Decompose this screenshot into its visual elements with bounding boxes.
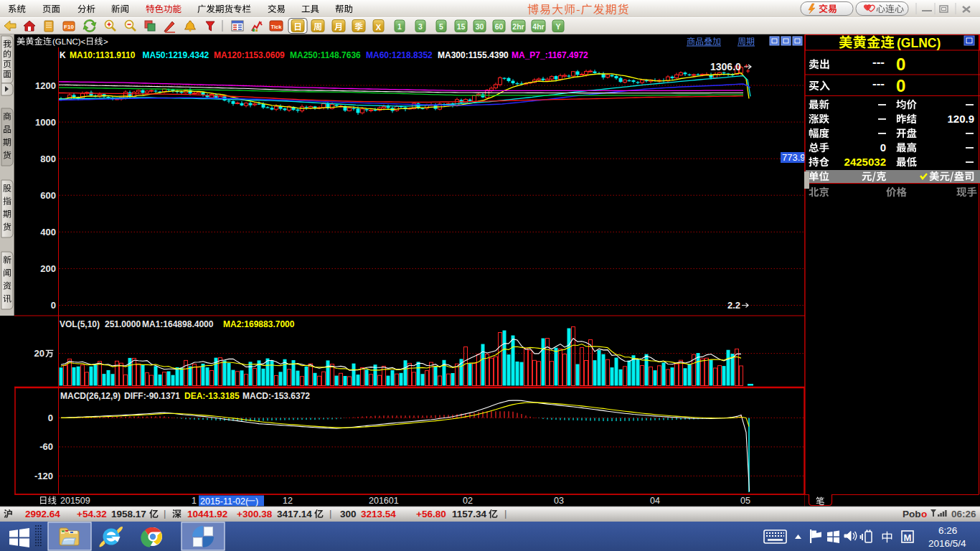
svg-text:400: 400 xyxy=(40,227,56,237)
svg-text:MA50:1219.4342: MA50:1219.4342 xyxy=(143,50,209,60)
svg-text:+54.32: +54.32 xyxy=(77,509,107,519)
svg-text:0: 0 xyxy=(896,55,905,74)
svg-text:12: 12 xyxy=(283,496,293,506)
svg-text:5: 5 xyxy=(439,22,443,31)
svg-text:2015-11-02(: 2015-11-02( xyxy=(200,496,249,507)
svg-text:0: 0 xyxy=(51,300,56,311)
svg-text:-60: -60 xyxy=(39,441,53,452)
svg-text:6:26: 6:26 xyxy=(938,525,957,536)
svg-text:(GLNC)<: (GLNC)< xyxy=(52,37,86,46)
svg-text:201601: 201601 xyxy=(369,496,399,506)
svg-text:MA1:164898.4000: MA1:164898.4000 xyxy=(142,319,214,329)
svg-text:800: 800 xyxy=(40,154,56,164)
svg-text:Y: Y xyxy=(555,22,560,31)
svg-text:---: --- xyxy=(872,55,885,69)
svg-text:-120: -120 xyxy=(34,471,53,481)
svg-text:773.9: 773.9 xyxy=(782,152,806,163)
svg-text:---: --- xyxy=(872,77,885,90)
svg-text:1200: 1200 xyxy=(35,80,56,91)
svg-text:2.2: 2.2 xyxy=(727,300,740,311)
svg-text:|: | xyxy=(329,508,331,519)
svg-text:+56.80: +56.80 xyxy=(416,509,446,519)
svg-text:MA2:169883.7000: MA2:169883.7000 xyxy=(223,319,295,329)
svg-text:2992.64: 2992.64 xyxy=(25,509,60,519)
svg-text:>: > xyxy=(103,37,108,46)
svg-text:+300.38: +300.38 xyxy=(237,509,273,519)
svg-text:0: 0 xyxy=(880,141,886,154)
svg-text:MA120:1153.0609: MA120:1153.0609 xyxy=(214,50,285,60)
svg-text:MA60:1218.8352: MA60:1218.8352 xyxy=(366,50,433,60)
svg-text:2425032: 2425032 xyxy=(844,156,886,168)
svg-text:Tick: Tick xyxy=(271,24,283,30)
svg-text:02: 02 xyxy=(463,496,473,506)
svg-text:120.9: 120.9 xyxy=(947,113,974,125)
svg-text:04: 04 xyxy=(650,496,660,506)
svg-text:200: 200 xyxy=(40,263,56,274)
svg-text:1: 1 xyxy=(397,22,402,31)
svg-text:15: 15 xyxy=(457,22,466,31)
svg-text:(GLNC): (GLNC) xyxy=(897,36,941,50)
svg-text:20: 20 xyxy=(34,348,44,359)
svg-text:251.0000: 251.0000 xyxy=(105,319,141,329)
svg-text:600: 600 xyxy=(40,190,56,201)
svg-text:0: 0 xyxy=(48,413,53,423)
svg-text:2016/5/4: 2016/5/4 xyxy=(928,538,966,549)
svg-text:10441.92: 10441.92 xyxy=(187,509,227,519)
svg-text:30: 30 xyxy=(476,22,484,31)
svg-text:): ) xyxy=(255,496,258,507)
svg-text:60: 60 xyxy=(495,22,504,31)
svg-text:2hr: 2hr xyxy=(512,22,524,31)
svg-text:MA_P7_:1167.4972: MA_P7_:1167.4972 xyxy=(512,50,588,60)
svg-text:1306.0: 1306.0 xyxy=(710,61,741,72)
svg-text:3213.54: 3213.54 xyxy=(361,509,396,519)
svg-text:MA250:1148.7636: MA250:1148.7636 xyxy=(290,50,361,60)
svg-text:F10: F10 xyxy=(64,24,74,30)
svg-text:201509: 201509 xyxy=(60,496,90,506)
svg-text:MACD:-153.6372: MACD:-153.6372 xyxy=(242,391,310,401)
svg-text:4hr: 4hr xyxy=(532,22,544,31)
svg-text:M: M xyxy=(904,532,912,543)
svg-text:06:26: 06:26 xyxy=(951,509,976,519)
svg-text:0: 0 xyxy=(896,76,905,95)
svg-text:K: K xyxy=(60,50,66,60)
svg-text:MA10:1131.9110: MA10:1131.9110 xyxy=(70,50,136,60)
svg-text:MA300:1155.4390: MA300:1155.4390 xyxy=(438,50,509,60)
svg-text:X: X xyxy=(376,23,382,32)
svg-text:VOL(5,10): VOL(5,10) xyxy=(60,319,100,329)
svg-text:1958.17: 1958.17 xyxy=(111,509,146,519)
svg-text:3: 3 xyxy=(418,22,423,31)
svg-text:1157.34: 1157.34 xyxy=(452,509,487,519)
svg-text:|: | xyxy=(504,508,507,519)
svg-text:1: 1 xyxy=(192,496,197,506)
svg-text:300: 300 xyxy=(340,509,357,519)
svg-text:05: 05 xyxy=(740,496,750,506)
svg-text:DEA:-13.3185: DEA:-13.3185 xyxy=(184,391,240,401)
svg-text:03: 03 xyxy=(554,496,564,506)
svg-text:MACD(26,12,9): MACD(26,12,9) xyxy=(60,391,121,401)
svg-text:|: | xyxy=(164,508,166,519)
svg-text:1000: 1000 xyxy=(35,117,56,128)
svg-text:DIFF:-90.1371: DIFF:-90.1371 xyxy=(124,391,180,401)
svg-text:3417.14: 3417.14 xyxy=(277,509,312,519)
svg-text:Pob: Pob xyxy=(903,509,921,519)
svg-text:o: o xyxy=(921,509,927,519)
